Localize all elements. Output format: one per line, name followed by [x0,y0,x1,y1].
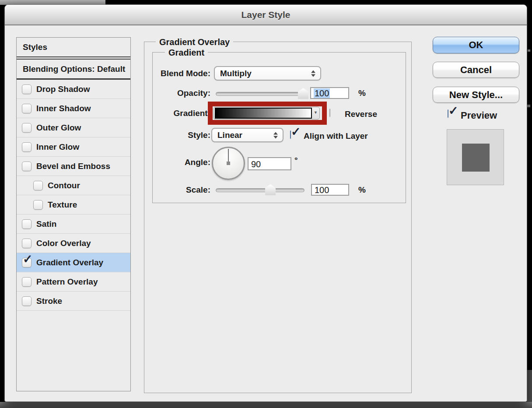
angle-dial[interactable] [212,147,245,180]
opacity-unit: % [358,87,366,99]
blend-mode-value: Multiply [220,69,252,78]
outer-glow-checkbox[interactable] [22,123,32,133]
align-with-layer-label: Align with Layer [304,131,368,141]
stepper-arrows-icon [273,132,278,138]
sidebar-item-label: Contour [48,181,80,190]
sidebar-item-blending-options[interactable]: Blending Options: Default [17,60,130,78]
sidebar-item-texture[interactable]: Texture [17,195,130,215]
scale-value: 100 [315,185,329,195]
sidebar-item-label: Inner Shadow [36,104,91,113]
bevel-emboss-checkbox[interactable] [22,162,32,171]
texture-checkbox[interactable] [33,200,43,210]
sidebar-item-label: Gradient Overlay [36,258,103,267]
background-window-bottom [0,402,532,408]
new-style-button-label: New Style... [449,89,503,101]
cancel-button-label: Cancel [460,64,492,76]
sidebar-item-contour[interactable]: Contour [17,176,130,195]
sidebar-item-label: Inner Glow [36,142,79,152]
scale-slider-track[interactable] [216,188,304,192]
contour-checkbox[interactable] [33,181,43,190]
sidebar-item-pattern-overlay[interactable]: Pattern Overlay [17,272,130,292]
style-preview-swatch [462,144,490,172]
stepper-arrows-icon [311,70,315,77]
sidebar-item-bevel-and-emboss[interactable]: Bevel and Emboss [17,157,130,176]
preview-label: Preview [461,109,497,122]
style-dropdown[interactable]: Linear [211,128,284,142]
style-value: Linear [217,130,242,140]
annotation-highlight-rectangle [208,102,327,125]
background-right-strip [527,370,532,402]
sidebar-item-gradient-overlay[interactable]: ✓ Gradient Overlay [17,253,130,272]
scale-label: Scale: [145,184,210,196]
sidebar-item-inner-glow[interactable]: Inner Glow [17,137,130,157]
opacity-label: Opacity: [145,87,210,99]
styles-sidebar: Styles Blending Options: Default Drop Sh… [16,37,131,391]
blending-options-label: Blending Options: Default [23,64,125,74]
inner-glow-checkbox[interactable] [22,142,32,152]
background-speck [527,105,530,107]
scale-unit: % [358,184,366,196]
pattern-overlay-checkbox[interactable] [22,277,32,287]
style-preview-thumbnail [447,129,504,185]
drop-shadow-checkbox[interactable] [22,84,32,94]
check-icon: ✓ [291,126,301,138]
reverse-checkbox[interactable] [329,109,330,117]
sidebar-item-drop-shadow[interactable]: Drop Shadow [17,80,130,99]
opacity-slider-track[interactable] [216,92,308,96]
dialog-title: Layer Style [241,10,290,20]
sidebar-item-styles[interactable]: Styles [17,38,130,56]
sidebar-item-color-overlay[interactable]: Color Overlay [17,234,130,253]
cancel-button[interactable]: Cancel [433,62,519,78]
opacity-field[interactable]: 100 [310,87,349,99]
sidebar-header-label: Styles [23,42,47,52]
satin-checkbox[interactable] [22,219,32,229]
check-icon: ✓ [23,253,33,265]
align-with-layer-checkbox[interactable]: ✓ [290,130,291,139]
check-icon: ✓ [448,105,458,117]
sidebar-item-satin[interactable]: Satin [17,215,130,234]
sidebar-item-label: Pattern Overlay [36,277,98,287]
sidebar-item-stroke[interactable]: Stroke [17,292,130,311]
blend-mode-dropdown[interactable]: Multiply [214,66,321,81]
blend-mode-label: Blend Mode: [145,66,210,81]
style-label: Style: [145,128,210,142]
ok-button-label: OK [469,39,483,51]
new-style-button[interactable]: New Style... [433,87,519,103]
dialog-titlebar[interactable]: Layer Style [5,5,527,25]
sidebar-item-outer-glow[interactable]: Outer Glow [17,118,130,137]
angle-label: Angle: [145,156,210,169]
reverse-label: Reverse [345,109,377,119]
inner-shadow-checkbox[interactable] [22,104,32,113]
sidebar-double-separator [17,56,130,60]
background-speck [528,49,530,52]
sidebar-item-label: Drop Shadow [36,84,90,94]
sidebar-item-label: Color Overlay [36,239,91,248]
angle-unit: ° [294,155,298,165]
sidebar-item-inner-shadow[interactable]: Inner Shadow [17,99,130,118]
sidebar-item-label: Outer Glow [36,123,81,133]
groupbox-legend: Gradient Overlay [156,37,233,47]
layer-style-dialog: Layer Style Styles Blending Options: Def… [4,4,527,402]
opacity-value: 100 [314,88,330,98]
preview-checkbox[interactable]: ✓ [448,109,448,118]
color-overlay-checkbox[interactable] [22,239,32,248]
angle-dial-center [227,162,230,165]
angle-field[interactable]: 90 [248,157,291,170]
gradient-label: Gradient: [145,107,210,120]
stroke-checkbox[interactable] [22,296,32,306]
angle-value: 90 [251,159,261,169]
scale-field[interactable]: 100 [311,184,349,196]
gradient-overlay-checkbox[interactable]: ✓ [22,258,32,267]
ok-button[interactable]: OK [433,37,519,53]
groupbox-legend: Gradient [165,47,208,58]
sidebar-item-label: Texture [48,200,77,210]
sidebar-item-label: Stroke [36,296,62,306]
sidebar-item-label: Satin [36,219,56,229]
sidebar-item-label: Bevel and Emboss [36,162,110,171]
